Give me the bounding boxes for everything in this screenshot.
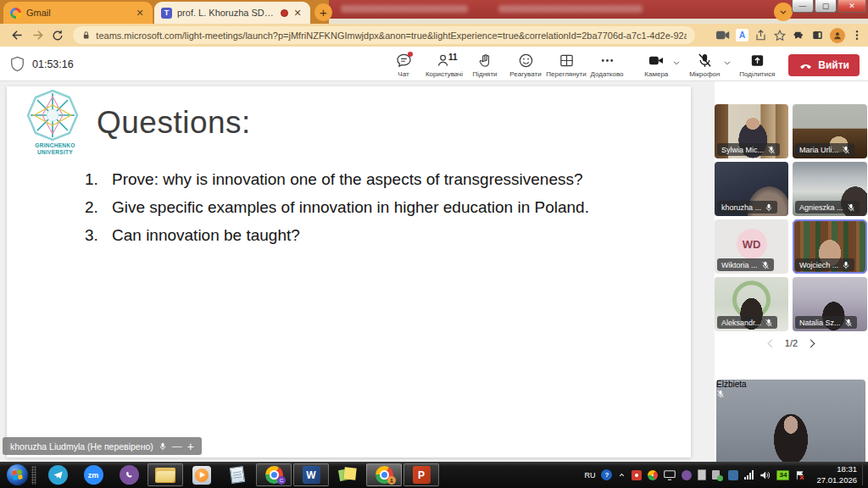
battery-tray-badge[interactable]: 34 (776, 470, 789, 480)
mic-muted-icon (847, 202, 855, 213)
profile-avatar[interactable] (830, 28, 845, 43)
presenter-name-pill: khoruzha Liudmyla (Не перевірено) — + (3, 437, 202, 455)
display-tray-icon[interactable] (664, 470, 676, 480)
refresh-button[interactable] (47, 25, 68, 46)
shield-icon (10, 56, 25, 72)
viber-tray-icon[interactable] (682, 470, 692, 480)
participant-tile[interactable]: WD Wiktoria ... (715, 219, 788, 274)
participant-tile[interactable]: Sylwia Mic... (715, 104, 788, 158)
camera-icon (648, 53, 665, 69)
camera-button[interactable]: Камера (637, 49, 675, 78)
taskbar-notepad-icon[interactable] (220, 463, 255, 487)
close-tab-icon[interactable]: ✕ (292, 7, 303, 19)
participant-tile-large[interactable]: Elżbieta (716, 380, 865, 470)
taskbar-chrome-active-icon[interactable] (366, 463, 402, 486)
url-text: teams.microsoft.com/light-meetings/launc… (96, 30, 687, 41)
bookmark-star-icon[interactable] (773, 29, 787, 42)
back-button[interactable] (7, 25, 27, 46)
participant-name: Wiktoria ... (721, 261, 758, 269)
side-panel-icon[interactable] (811, 29, 824, 42)
microphone-button[interactable]: Мікрофон (683, 49, 726, 78)
new-tab-button[interactable]: + (314, 3, 332, 21)
action-center-flag-icon[interactable] (795, 470, 805, 480)
participant-name: Natalia Sz... (799, 319, 841, 327)
close-button[interactable]: ✕ (837, 0, 866, 13)
view-button[interactable]: Переглянути (546, 49, 587, 78)
taskbar-viber-icon[interactable] (111, 463, 147, 487)
teams-favicon-icon: T (161, 8, 172, 19)
participants-button[interactable]: 11 Користувачі (424, 49, 465, 78)
chrome-tray-icon[interactable] (648, 470, 658, 480)
taskbar-telegram-icon[interactable] (40, 463, 75, 487)
taskbar-media-player-icon[interactable] (184, 463, 220, 487)
participant-tile-active-speaker[interactable]: Wojciech ... (793, 219, 867, 274)
language-indicator[interactable]: RU (584, 471, 595, 480)
meeting-content: GRINCHENKO UNIVERSITY Questions: Prove: … (0, 81, 868, 462)
start-button[interactable] (7, 464, 28, 485)
participant-tile[interactable]: Aleksandr... (715, 277, 788, 331)
taskbar-sticky-notes-icon[interactable] (330, 463, 365, 487)
taskbar-separator (31, 466, 36, 485)
taskbar-chrome-icon[interactable]: C (256, 463, 292, 486)
participant-name: Maria Urli... (799, 146, 838, 154)
participant-tile[interactable]: Maria Urli... (793, 104, 867, 158)
show-hidden-icons-chevron[interactable] (618, 471, 626, 479)
bluetooth-tray-icon[interactable] (728, 470, 738, 480)
blurred-title-text (341, 5, 468, 13)
browser-menu-icon[interactable] (851, 29, 863, 42)
tab-teams-meeting[interactable]: T prof. L. Khoruzha SD wykład ✕ (154, 2, 310, 24)
slide-title: Questions: (97, 105, 251, 141)
tab-gmail[interactable]: Gmail ✕ (3, 2, 153, 24)
participant-tile[interactable]: Natalia Sz... (793, 277, 867, 331)
taskbar-explorer-icon[interactable] (147, 463, 183, 486)
taskbar-clock[interactable]: 18:31 27.01.2026 (811, 464, 863, 485)
usb-tray-icon[interactable] (712, 470, 722, 480)
minimize-button[interactable]: — (792, 0, 814, 13)
chevron-down-button[interactable] (774, 3, 793, 21)
forward-button[interactable] (27, 25, 47, 46)
volume-tray-icon[interactable] (760, 470, 771, 480)
logo-text-line1: GRINCHENKO (25, 142, 85, 149)
help-tray-icon[interactable]: ? (601, 469, 612, 480)
taskbar-powerpoint-icon[interactable]: P (403, 463, 439, 486)
mic-muted-icon (716, 389, 865, 399)
participant-name: khoruzha ... (721, 203, 761, 212)
participant-tile[interactable]: Agnieszka ... (793, 162, 867, 216)
next-page-chevron[interactable] (807, 339, 815, 347)
taskbar-zoom-icon[interactable]: zm (75, 463, 111, 487)
share-page-icon[interactable] (754, 29, 767, 42)
network-signal-icon[interactable] (744, 470, 754, 480)
chat-button[interactable]: Чат (383, 49, 424, 78)
grid-view-icon (559, 53, 575, 69)
zoom-in-button[interactable]: + (187, 440, 194, 453)
close-tab-icon[interactable]: ✕ (134, 7, 146, 19)
recording-indicator-icon (281, 9, 288, 17)
raise-hand-button[interactable]: Підняти (465, 49, 505, 78)
lock-icon (81, 30, 91, 41)
mic-icon (159, 441, 167, 452)
slide-list-item: Give specific examples of innovation in … (81, 195, 589, 223)
extensions-puzzle-icon[interactable] (793, 29, 805, 42)
window-controls: — ▢ ✕ (791, 0, 866, 13)
taskbar-word-icon[interactable]: W (293, 463, 329, 486)
react-button[interactable]: Реагувати (505, 49, 546, 78)
maximize-button[interactable]: ▢ (815, 0, 837, 13)
mic-icon (842, 260, 850, 270)
recording-tray-icon[interactable] (632, 470, 642, 480)
address-bar[interactable]: teams.microsoft.com/light-meetings/launc… (73, 26, 695, 44)
participant-name: Sylwia Mic... (721, 146, 764, 154)
share-screen-button[interactable]: Поділитися (734, 49, 780, 78)
camera-in-use-icon[interactable] (716, 30, 730, 41)
more-options-button[interactable]: Додатково (587, 49, 627, 78)
previous-page-chevron[interactable] (767, 339, 776, 347)
clipboard-tray-icon[interactable] (698, 469, 706, 480)
leave-meeting-button[interactable]: Вийти (788, 54, 860, 76)
zoom-out-button[interactable]: — (172, 441, 182, 452)
mic-muted-icon (767, 145, 776, 155)
grinchenko-logo-icon (25, 88, 80, 142)
slide-list-item: Prove: why is innovation one of the aspe… (81, 167, 589, 195)
participant-name: Aleksandr... (721, 319, 761, 327)
participant-tile[interactable]: khoruzha ... (715, 162, 788, 216)
translate-icon[interactable]: A (736, 29, 748, 42)
mic-icon (765, 202, 773, 213)
